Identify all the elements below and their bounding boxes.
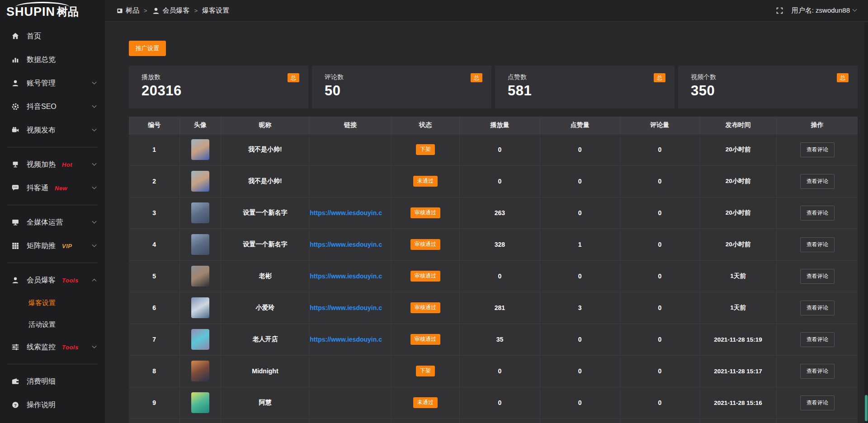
cell-plays: 35 (460, 324, 540, 355)
promo-settings-button[interactable]: 推广设置 (129, 41, 166, 56)
sidebar-item-account-manage[interactable]: 账号管理 (0, 71, 105, 95)
sidebar-item-member-baoke[interactable]: 会员爆客Tools (0, 268, 105, 292)
table-row: 2我不是小帅!未通过00020小时前查看评论 (129, 165, 858, 197)
app-logo[interactable]: SHUPIN 树品 (0, 0, 105, 24)
page-scrollbar[interactable] (864, 22, 868, 423)
sidebar-subitem-baoke-settings[interactable]: 爆客设置 (0, 292, 105, 314)
scrollbar-thumb[interactable] (865, 395, 868, 421)
cell-action: 查看评论 (777, 292, 858, 324)
status-badge[interactable]: 下架 (416, 144, 435, 155)
cell-status: 未通过 (391, 387, 460, 418)
chart-icon (11, 55, 20, 64)
cell-action: 查看评论 (777, 355, 858, 387)
status-badge[interactable]: 下架 (416, 366, 435, 376)
sidebar-item-douketong[interactable]: 抖客通New (0, 176, 105, 200)
videos-table: 编号头像昵称链接状态播放量点赞量评论量发布时间操作 1我不是小帅!下架00020… (129, 117, 858, 423)
view-comments-button[interactable]: 查看评论 (800, 206, 835, 221)
view-comments-button[interactable]: 查看评论 (800, 395, 835, 410)
view-comments-button[interactable]: 查看评论 (800, 301, 835, 315)
view-comments-button[interactable]: 查看评论 (800, 142, 835, 157)
stat-card-top: 视频个数总 (691, 73, 849, 82)
cell-nickname: 我不是小帅! (221, 134, 310, 165)
cell-link: https://www.iesdouyin.c (310, 197, 392, 229)
status-badge[interactable]: 审核通过 (410, 271, 440, 281)
sidebar-item-consume-detail[interactable]: 消费明细 (0, 370, 105, 393)
status-badge[interactable]: 审核通过 (410, 302, 440, 313)
cell-status: 审核通过 (391, 197, 460, 229)
video-link[interactable]: https://www.iesdouyin.c (310, 273, 382, 280)
sidebar-item-video-heat[interactable]: 视频加热Hot (0, 153, 105, 176)
sidebar-item-media-operation[interactable]: 全媒体运营 (0, 211, 105, 234)
cell-status: 审核通过 (391, 324, 460, 355)
home-icon (11, 32, 20, 41)
cell-status: 审核通过 (391, 229, 460, 260)
video-link[interactable]: https://www.iesdouyin.c (310, 304, 382, 311)
cell-number: 2 (129, 165, 180, 197)
view-comments-button[interactable]: 查看评论 (800, 237, 835, 252)
chevron-down-icon (853, 7, 857, 12)
sidebar-item-clue-monitor[interactable]: 线索监控Tools (0, 335, 105, 359)
avatar (191, 329, 209, 350)
breadcrumb-item-2[interactable]: 会员爆客 (152, 6, 190, 15)
cell-number: 6 (129, 292, 180, 324)
sidebar-item-label: 线索监控 (27, 343, 56, 352)
stat-value: 350 (691, 83, 849, 99)
sidebar-item-home[interactable]: 首页 (0, 24, 105, 48)
avatar (191, 234, 209, 255)
table-row (129, 418, 858, 423)
sidebar-item-label: 操作说明 (27, 400, 56, 410)
sidebar-item-badge: VIP (62, 243, 72, 249)
cell-publish-time: 20小时前 (699, 165, 777, 197)
cell-plays: 0 (460, 260, 540, 292)
view-comments-button[interactable]: 查看评论 (800, 174, 835, 189)
topbar-right: 用户名: zswodun88 (776, 6, 856, 15)
video-link[interactable]: https://www.iesdouyin.c (310, 336, 382, 343)
status-badge[interactable]: 审核通过 (410, 334, 440, 344)
status-badge[interactable]: 审核通过 (410, 207, 440, 218)
stat-card-3: 点赞数总581 (495, 66, 675, 108)
sidebar-item-video-publish[interactable]: 视频发布 (0, 118, 105, 142)
stat-label: 播放数 (142, 73, 160, 81)
cell-status: 下架 (391, 355, 460, 387)
cell-likes: 0 (540, 134, 620, 165)
cell-avatar (180, 418, 221, 423)
cell-nickname: 小爱玲 (221, 292, 310, 324)
cell-publish-time: 2021-11-28 15:17 (699, 355, 777, 387)
sidebar-item-matrix-boost[interactable]: 矩阵助推VIP (0, 234, 105, 258)
sidebar-item-label: 账号管理 (27, 79, 56, 88)
view-comments-button[interactable]: 查看评论 (800, 332, 835, 347)
sidebar-item-label: 首页 (27, 32, 41, 41)
sidebar-item-label: 数据总览 (27, 55, 56, 65)
table-header-cell: 播放量 (460, 117, 540, 134)
cell-nickname: Midnight (221, 355, 310, 387)
cell-action: 查看评论 (777, 387, 858, 418)
table-header-row: 编号头像昵称链接状态播放量点赞量评论量发布时间操作 (129, 117, 858, 134)
cell-number: 7 (129, 324, 180, 355)
sidebar: SHUPIN 树品 首页数据总览账号管理抖音SEO视频发布视频加热Hot抖客通N… (0, 0, 105, 423)
status-badge[interactable]: 未通过 (413, 176, 438, 186)
user-menu[interactable]: 用户名: zswodun88 (792, 6, 856, 15)
sidebar-item-badge: Tools (62, 277, 79, 284)
main-content: 推广设置 播放数总20316评论数总50点赞数总581视频个数总350 编号头像… (105, 22, 868, 423)
view-comments-button[interactable]: 查看评论 (800, 269, 835, 284)
view-comments-button[interactable]: 查看评论 (800, 364, 835, 379)
avatar (191, 266, 209, 287)
cell-publish-time: 20小时前 (699, 134, 777, 165)
video-link[interactable]: https://www.iesdouyin.c (310, 241, 382, 248)
fullscreen-icon[interactable] (776, 7, 783, 14)
sidebar-item-operation-guide[interactable]: ?操作说明 (0, 393, 105, 417)
breadcrumb-item-3[interactable]: 爆客设置 (202, 6, 229, 15)
sidebar-subitem-activity-settings[interactable]: 活动设置 (0, 314, 105, 335)
cell-link (310, 387, 392, 418)
sidebar-item-douyin-seo[interactable]: 抖音SEO (0, 95, 105, 118)
status-badge[interactable]: 未通过 (413, 397, 438, 408)
video-link[interactable]: https://www.iesdouyin.c (310, 209, 382, 216)
gear-icon (11, 102, 20, 111)
cell-action (777, 418, 858, 423)
cell-number: 1 (129, 134, 180, 165)
stat-total-badge: 总 (837, 73, 849, 82)
status-badge[interactable]: 审核通过 (410, 239, 440, 249)
sidebar-item-data-overview[interactable]: 数据总览 (0, 48, 105, 71)
cell-plays: 328 (460, 229, 540, 260)
breadcrumb-item-1[interactable]: 树品 (117, 6, 139, 15)
